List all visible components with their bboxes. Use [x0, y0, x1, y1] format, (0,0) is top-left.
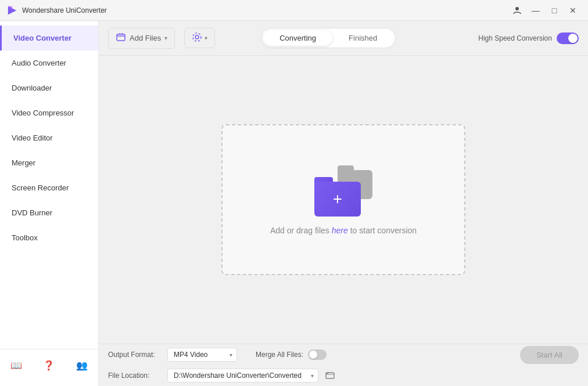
output-format-wrapper: MP4 Video ▾ [167, 348, 237, 362]
toggle-knob [568, 34, 578, 43]
main-layout: Video Converter Audio Converter Download… [0, 21, 588, 386]
minimize-button[interactable]: — [528, 2, 544, 19]
sidebar-label-dvd-burner: DVD Burner [12, 208, 52, 217]
output-format-row: Output Format: MP4 Video ▾ Merge All Fil… [108, 344, 579, 365]
sidebar-label-audio-converter: Audio Converter [12, 59, 66, 67]
sidebar-item-video-converter[interactable]: Video Converter [0, 26, 98, 50]
drop-area[interactable]: + Add or drag files here to start conver… [221, 124, 465, 275]
high-speed-label: High Speed Conversion [478, 34, 552, 42]
bottom-bar: Output Format: MP4 Video ▾ Merge All Fil… [99, 344, 588, 386]
start-all-button[interactable]: Start All [520, 346, 579, 364]
tab-switcher: Converting Finished [261, 28, 396, 48]
file-location-wrapper: D:\Wondershare UniConverter\Converted ▾ [167, 369, 318, 383]
drop-area-container: + Add or drag files here to start conver… [99, 56, 588, 344]
plus-icon: + [333, 191, 342, 207]
sidebar-item-video-editor[interactable]: Video Editor [0, 125, 98, 150]
svg-point-5 [193, 33, 201, 41]
settings-button[interactable]: ▾ [184, 28, 215, 48]
settings-chevron: ▾ [205, 35, 207, 41]
folder-browse-button[interactable] [325, 370, 335, 381]
content-area: Add Files ▾ ▾ Converting Finished [99, 21, 588, 386]
book-icon[interactable]: 📖 [7, 356, 26, 374]
sidebar-item-video-compressor[interactable]: Video Compressor [0, 100, 98, 125]
sidebar-label-downloader: Downloader [12, 84, 52, 92]
output-format-select[interactable]: MP4 Video [167, 348, 237, 362]
add-files-icon [116, 32, 126, 45]
file-location-row: File Location: D:\Wondershare UniConvert… [108, 365, 579, 386]
file-location-select[interactable]: D:\Wondershare UniConverter\Converted [167, 369, 318, 383]
output-format-label: Output Format: [108, 351, 160, 359]
settings-icon [192, 32, 202, 44]
sidebar-label-video-editor: Video Editor [12, 134, 53, 142]
sidebar-item-toolbox[interactable]: Toolbox [0, 225, 98, 250]
close-button[interactable]: ✕ [565, 2, 581, 19]
sidebar-item-screen-recorder[interactable]: Screen Recorder [0, 175, 98, 200]
merge-toggle-knob [309, 351, 317, 359]
sidebar-item-merger[interactable]: Merger [0, 150, 98, 175]
here-text: here [332, 226, 348, 235]
svg-point-4 [195, 35, 199, 39]
sidebar-label-video-converter: Video Converter [13, 34, 71, 42]
tab-finished[interactable]: Finished [332, 30, 393, 46]
profile-button[interactable] [509, 2, 525, 19]
svg-point-2 [515, 7, 519, 10]
svg-rect-3 [117, 34, 125, 41]
add-files-label: Add Files [130, 34, 161, 42]
high-speed-toggle[interactable] [557, 33, 579, 44]
merge-section: Merge All Files: [256, 349, 327, 360]
drop-instruction: Add or drag files here to start conversi… [270, 226, 417, 235]
merge-toggle[interactable] [308, 349, 327, 360]
tab-converting[interactable]: Converting [263, 30, 332, 46]
sidebar-bottom: 📖 ❓ 👥 [0, 349, 98, 381]
merge-label: Merge All Files: [256, 351, 303, 359]
sidebar-item-audio-converter[interactable]: Audio Converter [0, 50, 98, 75]
window-controls: — □ ✕ [509, 2, 581, 19]
add-files-button[interactable]: Add Files ▾ [108, 28, 175, 49]
app-logo [7, 5, 17, 16]
file-location-label: File Location: [108, 371, 160, 380]
title-bar-left: Wondershare UniConverter [7, 5, 107, 16]
sidebar: Video Converter Audio Converter Download… [0, 21, 99, 386]
sidebar-label-toolbox: Toolbox [12, 233, 38, 242]
sidebar-label-video-compressor: Video Compressor [12, 109, 74, 117]
high-speed-section: High Speed Conversion [478, 33, 579, 44]
add-files-chevron: ▾ [164, 35, 167, 41]
help-icon[interactable]: ❓ [40, 356, 58, 374]
toolbar: Add Files ▾ ▾ Converting Finished [99, 21, 588, 56]
sidebar-label-screen-recorder: Screen Recorder [12, 183, 69, 192]
community-icon[interactable]: 👥 [73, 356, 91, 374]
maximize-button[interactable]: □ [546, 2, 562, 19]
title-bar: Wondershare UniConverter — □ ✕ [0, 0, 588, 21]
app-title: Wondershare UniConverter [22, 6, 107, 15]
sidebar-item-dvd-burner[interactable]: DVD Burner [0, 200, 98, 225]
folder-icon: + [314, 164, 372, 217]
sidebar-item-downloader[interactable]: Downloader [0, 75, 98, 100]
folder-front: + [314, 182, 361, 217]
sidebar-label-merger: Merger [12, 158, 35, 167]
